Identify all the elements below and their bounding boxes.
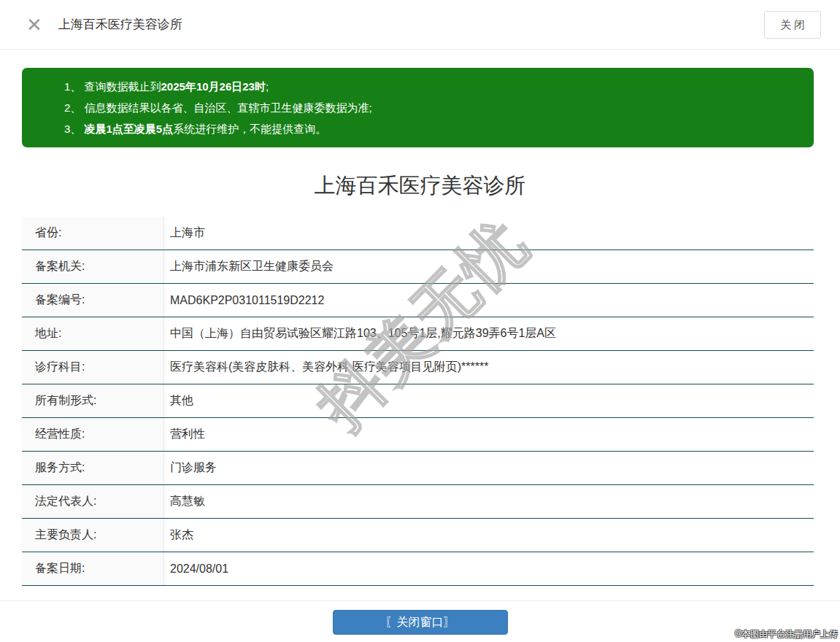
row-label: 服务方式:	[22, 452, 164, 484]
row-label: 地址:	[22, 317, 164, 350]
row-value: 其他	[164, 384, 814, 417]
close-icon[interactable]: ✕	[26, 15, 42, 34]
close-button[interactable]: 关 闭	[764, 11, 821, 39]
row-label: 备案日期:	[22, 552, 164, 585]
detail-table: 省份: 上海市 备案机关: 上海市浦东新区卫生健康委员会 备案编号: MAD6K…	[22, 217, 814, 586]
row-label: 诊疗科目:	[22, 351, 164, 384]
table-row-medical-subjects: 诊疗科目: 医疗美容科(美容皮肤科、美容外科 医疗美容项目见附页)******	[22, 351, 814, 384]
table-row-service-mode: 服务方式: 门诊服务	[22, 452, 814, 485]
row-label: 所有制形式:	[22, 384, 164, 417]
row-label: 备案编号:	[22, 284, 164, 317]
table-row-ownership: 所有制形式: 其他	[22, 384, 814, 418]
notice-banner: 1、 查询数据截止到2025年10月26日23时; 2、 信息数据结果以各省、自…	[22, 68, 814, 147]
table-row-filing-number: 备案编号: MAD6KP2P031011519D2212	[22, 284, 814, 317]
image-credit: ©本图由平台注册用户上传	[735, 628, 838, 641]
notice-item-1: 1、 查询数据截止到2025年10月26日23时;	[64, 76, 799, 97]
row-label: 省份:	[22, 217, 164, 250]
row-value: 高慧敏	[164, 485, 814, 518]
notice-item-3: 3、 凌晨1点至凌晨5点系统进行维护，不能提供查询。	[64, 118, 799, 139]
row-value: 中国（上海）自由贸易试验区耀江路103、105号1层,耀元路39弄6号1层A区	[164, 317, 814, 350]
close-window-button[interactable]: 〖关闭窗口〗	[333, 610, 508, 635]
table-row-filing-authority: 备案机关: 上海市浦东新区卫生健康委员会	[22, 250, 814, 284]
row-value: MAD6KP2P031011519D2212	[164, 284, 814, 317]
table-row-principal: 主要负责人: 张杰	[22, 519, 814, 552]
table-row-legal-representative: 法定代表人: 高慧敏	[22, 485, 814, 519]
row-value: 上海市	[164, 217, 814, 250]
row-value: 2024/08/01	[164, 552, 814, 585]
row-value: 门诊服务	[164, 452, 814, 484]
row-label: 法定代表人:	[22, 485, 164, 518]
row-label: 主要负责人:	[22, 519, 164, 552]
row-value: 上海市浦东新区卫生健康委员会	[164, 250, 814, 283]
dialog-title: 上海百禾医疗美容诊所	[58, 16, 182, 33]
notice-item-2: 2、 信息数据结果以各省、自治区、直辖市卫生健康委数据为准;	[64, 97, 799, 118]
table-row-address: 地址: 中国（上海）自由贸易试验区耀江路103、105号1层,耀元路39弄6号1…	[22, 317, 814, 351]
row-value: 营利性	[164, 418, 814, 451]
row-label: 备案机关:	[22, 250, 164, 283]
dialog-header: ✕ 上海百禾医疗美容诊所 关 闭	[0, 0, 840, 50]
table-row-filing-date: 备案日期: 2024/08/01	[22, 552, 814, 586]
row-value: 医疗美容科(美容皮肤科、美容外科 医疗美容项目见附页)******	[164, 351, 814, 384]
row-value: 张杰	[164, 519, 814, 552]
row-label: 经营性质:	[22, 418, 164, 451]
table-row-business-nature: 经营性质: 营利性	[22, 418, 814, 452]
clinic-name-title: 上海百禾医疗美容诊所	[0, 171, 840, 201]
dialog-footer: 〖关闭窗口〗	[0, 600, 840, 642]
table-row-province: 省份: 上海市	[22, 217, 814, 250]
